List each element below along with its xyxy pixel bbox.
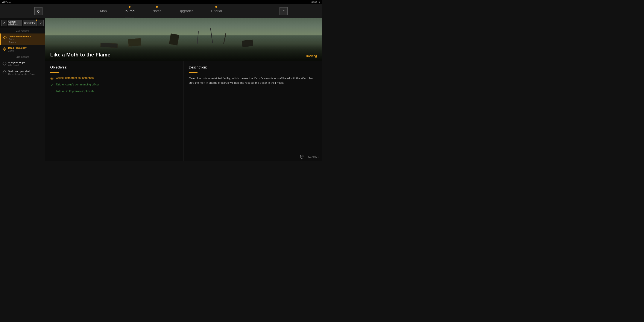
mission-dead-freq-info: Dead Frequency Zaton [8,46,42,52]
mission-item-dead-freq[interactable]: ! Dead Frequency Zaton [0,45,45,54]
nav-key-e[interactable]: E [280,7,288,15]
mission-dead-freq-name: Dead Frequency [8,46,42,49]
objective-item-2: ✓ Talk to Dr. Kryvenko (Optional) [50,90,178,93]
objective-text-1: Talk to Icarus's commanding officer [56,83,99,86]
description-title: Description: [189,66,317,69]
objective-text-2: Talk to Dr. Kryvenko (Optional) [56,90,94,93]
description-text: Camp Icarus is a restricted facility, wh… [189,76,317,85]
svg-point-7 [51,78,52,79]
wreck-2 [169,34,179,46]
tab-upgrades-label: Upgrades [178,9,194,13]
objective-item-1: ✓ Talk to Icarus's commanding officer [50,83,178,86]
status-bar: Zaton 05:00 ▮ [0,0,322,4]
thegamer-logo-icon [300,154,304,159]
mission-icon-seek [2,70,6,74]
tab-notes[interactable]: Notes [144,4,170,18]
mission-moth-name: Like a Moth to the F... [9,35,42,38]
main-content: A Current missions Completed D Main miss… [0,18,322,161]
mission-icon-sign-hope [2,62,6,66]
objective-icon-done-1: ✓ [50,83,54,86]
mission-moth-location: Zaton [9,38,42,40]
mission-icon-dead-freq: ! [2,47,6,51]
tab-journal-label: Journal [124,9,135,13]
carrier-name: Zaton [5,1,11,4]
mission-icon-main: ! [3,36,7,40]
sidebar: A Current missions Completed D Main miss… [0,18,45,161]
objectives-divider [50,72,59,73]
description-divider [189,72,198,73]
sidebar-key-a[interactable]: A [1,20,7,26]
mission-sign-hope-location: Wild Island [8,64,42,66]
objectives-panel: Objectives: Collect data from psi-antenn… [45,61,184,161]
tab-journal[interactable]: Journal [115,4,144,18]
objective-item-0: Collect data from psi-antennas [50,76,178,80]
nav-tabs: Map Journal Notes Upgrades Tutorial [92,4,230,18]
notes-dot [156,6,158,8]
tab-tutorial[interactable]: Tutorial [202,4,230,18]
svg-marker-5 [3,71,6,74]
mission-moth-info: Like a Moth to the F... Zaton Tracking [9,35,42,43]
mission-seek-info: Seek, and you shall ... Chornobyl Anomal… [8,70,42,75]
battery-icon: ▮ [318,1,320,4]
mission-banner: Like a Moth to the Flame Tracking [45,18,322,61]
banner-tracking: Tracking [306,54,317,58]
tutorial-dot [215,6,217,8]
main-missions-header: Main missions [0,28,45,34]
svg-text:!: ! [4,48,5,50]
sky-layer [45,18,322,38]
side-missions-label: Side missions [16,56,29,58]
completed-tab[interactable]: Completed [23,20,37,26]
objective-icon-active [50,76,54,80]
mission-sign-hope-name: A Sign of Hope [8,61,42,64]
main-missions-label: Main missions [16,30,29,32]
signal-bars [2,1,4,3]
objective-icon-done-2: ✓ [50,90,54,93]
nav-bar: Q Map Journal Notes Upgrades Tutorial E [0,4,322,18]
mission-moth-tracking: Tracking [9,41,42,43]
journal-dot [129,6,130,8]
details-section: Objectives: Collect data from psi-antenn… [45,61,322,161]
status-right: 05:00 ▮ [312,1,320,4]
thegamer-brand: THEGAMER [305,156,318,158]
banner-title: Like a Moth to the Flame [50,52,110,58]
nav-key-q[interactable]: Q [34,7,42,15]
completed-dot [36,20,37,21]
sidebar-tabs: A Current missions Completed D [0,18,45,28]
thegamer-logo: THEGAMER [300,154,318,159]
svg-text:!: ! [5,37,6,39]
mission-item-seek[interactable]: Seek, and you shall ... Chornobyl Anomal… [0,68,45,77]
mission-item-sign-hope[interactable]: A Sign of Hope Wild Island [0,60,45,68]
mission-sign-hope-info: A Sign of Hope Wild Island [8,61,42,66]
status-left: Zaton [2,1,11,4]
tab-tutorial-label: Tutorial [210,9,222,13]
svg-marker-4 [3,62,6,65]
mission-seek-location: Chornobyl Anomalous Zone [8,73,42,75]
tab-upgrades[interactable]: Upgrades [170,4,202,18]
tab-map-label: Map [100,9,107,13]
objective-text-0: Collect data from psi-antennas [56,76,94,80]
tab-map[interactable]: Map [92,4,115,18]
current-missions-tab[interactable]: Current missions [8,20,22,26]
objectives-title: Objectives: [50,66,178,69]
mission-seek-name: Seek, and you shall ... [8,70,42,72]
description-panel: Description: Camp Icarus is a restricted… [184,61,322,161]
tab-notes-label: Notes [152,9,162,13]
side-missions-header: Side missions [0,54,45,60]
mission-dead-freq-location: Zaton [8,50,42,52]
clock: 05:00 [312,1,317,4]
mission-item-moth[interactable]: ! Like a Moth to the F... Zaton Tracking [0,34,45,45]
sidebar-key-d[interactable]: D [38,20,44,26]
content-area: Like a Moth to the Flame Tracking Object… [45,18,322,161]
